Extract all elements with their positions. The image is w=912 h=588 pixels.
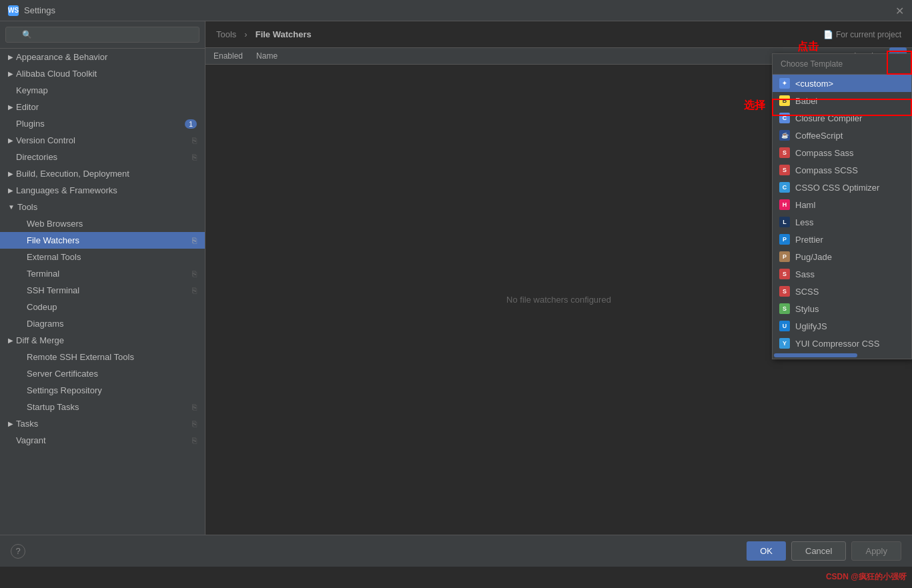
sidebar-item-appearance[interactable]: ▶ Appearance & Behavior bbox=[0, 49, 205, 65]
sidebar-item-settings-repo[interactable]: Settings Repository bbox=[0, 382, 205, 399]
sidebar-item-web-browsers[interactable]: Web Browsers bbox=[0, 215, 205, 232]
sidebar-item-file-watchers[interactable]: File Watchers ⎘ bbox=[0, 232, 205, 249]
template-icon-less: L bbox=[779, 217, 790, 227]
sidebar-item-remote-ssh[interactable]: Remote SSH External Tools bbox=[0, 349, 205, 365]
template-label-prettier: Prettier bbox=[795, 235, 823, 245]
template-item-stylus[interactable]: S Stylus bbox=[773, 300, 911, 317]
template-label-pug: Pug/Jade bbox=[795, 252, 832, 262]
app-icon: WS bbox=[8, 5, 19, 16]
template-icon-csso: C bbox=[779, 182, 790, 193]
sidebar-item-languages[interactable]: ▶ Languages & Frameworks bbox=[0, 182, 205, 199]
copy-icon: ⎘ bbox=[192, 236, 197, 245]
template-item-coffeescript[interactable]: ☕ CoffeeScript bbox=[773, 127, 911, 144]
template-label-compass-sass: Compass Sass bbox=[795, 148, 853, 158]
sidebar-item-tools[interactable]: ▼ Tools bbox=[0, 199, 205, 215]
template-icon-prettier: P bbox=[779, 234, 790, 245]
copy-icon: ⎘ bbox=[192, 286, 197, 295]
template-icon-compass-scss: S bbox=[779, 165, 790, 175]
template-item-prettier[interactable]: P Prettier bbox=[773, 231, 911, 248]
template-item-compass-scss[interactable]: S Compass SCSS bbox=[773, 161, 911, 179]
sidebar-item-startup-tasks[interactable]: Startup Tasks ⎘ bbox=[0, 399, 205, 415]
sidebar-item-external-tools[interactable]: External Tools bbox=[0, 249, 205, 265]
annotation-select: 选择 bbox=[744, 99, 765, 113]
sidebar-item-ssh-terminal[interactable]: SSH Terminal ⎘ bbox=[0, 282, 205, 299]
main-content: Tools › File Watchers 📄 For current proj… bbox=[205, 21, 912, 535]
sidebar-item-version-control[interactable]: ▶ Version Control ⎘ bbox=[0, 132, 205, 149]
copy-icon: ⎘ bbox=[192, 403, 197, 412]
template-label-coffeescript: CoffeeScript bbox=[795, 131, 843, 141]
choose-template-panel: Choose Template ✦ <custom> B Babel C Clo… bbox=[772, 53, 912, 359]
breadcrumb-parent: Tools bbox=[216, 29, 236, 39]
sidebar-item-directories[interactable]: Directories ⎘ bbox=[0, 149, 205, 165]
copy-icon: ⎘ bbox=[192, 436, 197, 445]
template-icon-coffee: ☕ bbox=[779, 130, 790, 141]
template-list: ✦ <custom> B Babel C Closure Compiler ☕ … bbox=[773, 75, 911, 352]
copy-icon: ⎘ bbox=[192, 419, 197, 429]
copy-icon: ⎘ bbox=[192, 269, 197, 279]
project-icon: 📄 bbox=[823, 30, 833, 39]
template-item-custom[interactable]: ✦ <custom> bbox=[773, 75, 911, 92]
template-item-compass-sass[interactable]: S Compass Sass bbox=[773, 144, 911, 161]
template-label-compass-scss: Compass SCSS bbox=[795, 165, 858, 175]
cancel-button[interactable]: Cancel bbox=[791, 541, 846, 561]
template-label-yui: YUI Compressor CSS bbox=[795, 339, 879, 349]
template-item-yui[interactable]: Y YUI Compressor CSS bbox=[773, 335, 911, 352]
sidebar: 🔍 ▶ Appearance & Behavior ▶ Alibaba Clou… bbox=[0, 21, 205, 535]
template-label-babel: Babel bbox=[795, 96, 817, 106]
copy-icon: ⎘ bbox=[192, 136, 197, 145]
annotation-click: 点击 bbox=[797, 40, 819, 54]
template-item-sass[interactable]: S Sass bbox=[773, 265, 911, 283]
col-name: Name bbox=[256, 51, 278, 61]
template-label-csso: CSSO CSS Optimizer bbox=[795, 183, 879, 193]
search-box: 🔍 bbox=[0, 21, 205, 49]
sidebar-item-diagrams[interactable]: Diagrams bbox=[0, 315, 205, 332]
template-item-haml[interactable]: H Haml bbox=[773, 196, 911, 213]
template-item-csso[interactable]: C CSSO CSS Optimizer bbox=[773, 179, 911, 196]
sidebar-item-diff-merge[interactable]: ▶ Diff & Merge bbox=[0, 332, 205, 349]
template-item-scss[interactable]: S SCSS bbox=[773, 283, 911, 300]
template-item-closure[interactable]: C Closure Compiler bbox=[773, 109, 911, 127]
sidebar-item-keymap[interactable]: Keymap bbox=[0, 82, 205, 99]
template-icon-custom: ✦ bbox=[779, 78, 790, 89]
sidebar-item-alibaba[interactable]: ▶ Alibaba Cloud Toolkit bbox=[0, 65, 205, 82]
template-label-custom: <custom> bbox=[795, 79, 833, 89]
sidebar-item-build[interactable]: ▶ Build, Execution, Deployment bbox=[0, 165, 205, 182]
template-item-babel[interactable]: B Babel bbox=[773, 92, 911, 109]
watermark: CSDN @疯狂的小强呀 bbox=[826, 571, 907, 583]
template-label-closure: Closure Compiler bbox=[795, 113, 862, 123]
bottom-bar: ? OK Cancel Apply bbox=[0, 535, 912, 567]
copy-icon: ⎘ bbox=[192, 153, 197, 162]
sidebar-item-tasks[interactable]: ▶ Tasks ⎘ bbox=[0, 415, 205, 432]
sidebar-item-vagrant[interactable]: Vagrant ⎘ bbox=[0, 432, 205, 449]
template-item-less[interactable]: L Less bbox=[773, 213, 911, 231]
bottom-actions: OK Cancel Apply bbox=[747, 541, 901, 561]
template-item-pug[interactable]: P Pug/Jade bbox=[773, 248, 911, 265]
sidebar-item-editor[interactable]: ▶ Editor bbox=[0, 99, 205, 115]
template-icon-pug: P bbox=[779, 251, 790, 262]
sidebar-item-server-certs[interactable]: Server Certificates bbox=[0, 365, 205, 382]
close-button[interactable]: ✕ bbox=[895, 4, 904, 17]
ok-button[interactable]: OK bbox=[747, 541, 786, 561]
breadcrumb-separator: › bbox=[244, 29, 247, 39]
sidebar-nav: ▶ Appearance & Behavior ▶ Alibaba Cloud … bbox=[0, 49, 205, 535]
template-label-stylus: Stylus bbox=[795, 304, 819, 314]
help-button[interactable]: ? bbox=[11, 544, 25, 559]
project-indicator: 📄 For current project bbox=[823, 30, 901, 39]
sidebar-item-terminal[interactable]: Terminal ⎘ bbox=[0, 265, 205, 282]
apply-button[interactable]: Apply bbox=[851, 541, 901, 561]
template-icon-babel: B bbox=[779, 95, 790, 106]
search-input[interactable] bbox=[5, 27, 199, 43]
template-label-haml: Haml bbox=[795, 200, 815, 210]
template-icon-yui: Y bbox=[779, 338, 790, 349]
template-item-uglify[interactable]: U UglifyJS bbox=[773, 317, 911, 335]
sidebar-item-codeup[interactable]: Codeup bbox=[0, 299, 205, 315]
template-icon-sass: S bbox=[779, 269, 790, 279]
template-icon-haml: H bbox=[779, 199, 790, 210]
template-label-sass: Sass bbox=[795, 269, 815, 279]
template-label-less: Less bbox=[795, 217, 813, 227]
template-icon-scss: S bbox=[779, 286, 790, 297]
choose-template-header: Choose Template bbox=[773, 54, 911, 75]
sidebar-item-plugins[interactable]: Plugins 1 bbox=[0, 115, 205, 132]
breadcrumb-current: File Watchers bbox=[256, 29, 312, 39]
template-label-uglify: UglifyJS bbox=[795, 321, 827, 331]
